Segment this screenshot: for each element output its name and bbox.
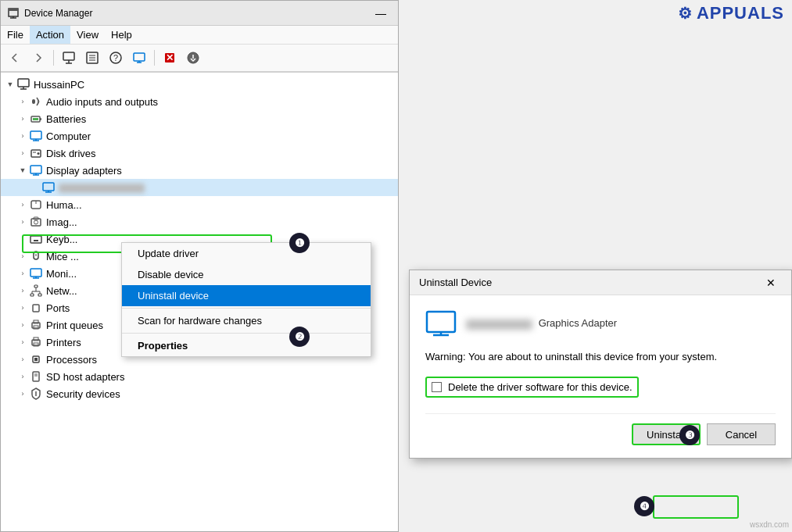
- sd-expand[interactable]: ›: [16, 370, 29, 383]
- printers-expand[interactable]: ›: [16, 336, 29, 348]
- context-separator: [122, 308, 371, 309]
- menu-file[interactable]: File: [1, 26, 30, 44]
- mice-expand[interactable]: ›: [16, 250, 29, 262]
- step-badge-1: ❶: [289, 233, 310, 253]
- context-uninstall-device[interactable]: Uninstall device: [122, 285, 371, 306]
- svg-point-41: [34, 220, 38, 224]
- tree-item-display-adapters[interactable]: ▼ Display adapters: [1, 162, 398, 179]
- menu-view[interactable]: View: [70, 26, 105, 44]
- menu-bar: File Action View Help: [1, 26, 398, 45]
- mice-label: Mice ...: [46, 251, 79, 262]
- gpu-icon: [41, 180, 56, 195]
- minimize-button[interactable]: —: [370, 5, 392, 22]
- printers-icon: [29, 335, 43, 349]
- forward-button[interactable]: [27, 48, 49, 68]
- menu-action[interactable]: Action: [30, 26, 70, 44]
- dialog-warning-text: Warning: You are about to uninstall this…: [425, 350, 776, 364]
- batteries-expand[interactable]: ›: [16, 112, 29, 125]
- download-icon-btn[interactable]: [182, 48, 204, 68]
- context-menu: Update driver Disable device Uninstall d…: [121, 242, 371, 357]
- audio-label: Audio inputs and outputs: [46, 96, 158, 108]
- step-badge-4: ❹: [634, 496, 654, 516]
- title-bar: Device Manager —: [1, 1, 398, 26]
- tree-item-batteries[interactable]: › Batteries: [1, 110, 398, 127]
- tree-item-computer[interactable]: › Computer: [1, 127, 398, 145]
- root-expand[interactable]: ▼: [4, 78, 16, 91]
- dialog-device-icon: [425, 308, 457, 339]
- svg-rect-50: [30, 269, 41, 277]
- display-adapters-icon: [29, 163, 43, 177]
- uninstall-dialog: Uninstall Device ✕ Graphics Adapter Warn…: [409, 270, 792, 459]
- svg-rect-54: [30, 294, 34, 296]
- display-icon-btn[interactable]: [128, 48, 150, 68]
- appuals-text: APPUALS: [697, 3, 784, 23]
- tree-item-audio[interactable]: › Audio inputs and outputs: [1, 93, 398, 110]
- tree-item-imaging[interactable]: › Imag...: [1, 213, 398, 230]
- tree-item-gpu[interactable]: [1, 179, 398, 196]
- ports-expand[interactable]: ›: [16, 302, 29, 314]
- computer-icon-btn[interactable]: [58, 48, 80, 68]
- toolbar-separator-2: [154, 50, 155, 66]
- context-disable-device[interactable]: Disable device: [122, 264, 371, 285]
- disk-icon: [29, 146, 43, 160]
- list-icon-btn[interactable]: [81, 48, 103, 68]
- network-expand[interactable]: ›: [16, 284, 29, 297]
- hid-expand[interactable]: ›: [16, 198, 29, 211]
- svg-rect-4: [63, 52, 74, 60]
- step-badge-2: ❷: [289, 327, 310, 347]
- menu-help[interactable]: Help: [105, 26, 138, 44]
- tree-item-disk[interactable]: › Disk drives: [1, 145, 398, 162]
- imaging-expand[interactable]: ›: [16, 216, 29, 228]
- back-button[interactable]: [4, 48, 26, 68]
- svg-text:✕: ✕: [166, 52, 174, 63]
- display-expand[interactable]: ▼: [16, 164, 29, 177]
- dialog-title: Uninstall Device: [419, 277, 760, 288]
- computer-icon: [16, 77, 30, 91]
- audio-icon: [29, 95, 43, 109]
- appuals-logo: ⚙ APPUALS: [676, 3, 784, 23]
- root-label: HussainPC: [34, 79, 84, 91]
- remove-icon-btn[interactable]: ✕: [159, 48, 181, 68]
- audio-expand[interactable]: ›: [16, 95, 29, 108]
- svg-rect-55: [38, 294, 41, 296]
- keyboards-expand[interactable]: ›: [16, 233, 29, 245]
- step-badge-3: ❸: [679, 425, 700, 445]
- svg-rect-60: [33, 305, 39, 312]
- monitors-expand[interactable]: ›: [16, 267, 29, 280]
- svg-rect-25: [33, 118, 38, 120]
- disk-label: Disk drives: [46, 148, 96, 159]
- svg-rect-78: [427, 312, 455, 332]
- computer-expand[interactable]: ›: [16, 130, 29, 142]
- tree-item-sd[interactable]: › SD host adapters: [1, 368, 398, 385]
- context-update-driver[interactable]: Update driver: [122, 243, 371, 264]
- delete-driver-checkbox[interactable]: [432, 382, 442, 392]
- imaging-icon: [29, 215, 43, 229]
- tree-root[interactable]: ▼ HussainPC: [1, 76, 398, 93]
- tree-item-hid[interactable]: › Huma...: [1, 196, 398, 213]
- tree-item-security[interactable]: › Security devices: [1, 385, 398, 402]
- hid-icon: [29, 198, 43, 212]
- security-expand[interactable]: ›: [16, 387, 29, 400]
- hid-label: Huma...: [46, 199, 82, 211]
- context-separator-2: [122, 333, 371, 334]
- print-queues-expand[interactable]: ›: [16, 319, 29, 331]
- svg-rect-43: [30, 236, 41, 243]
- network-label: Netw...: [46, 285, 77, 297]
- highlight-step-4: [653, 495, 739, 519]
- dialog-body: Graphics Adapter Warning: You are about …: [410, 295, 791, 458]
- svg-rect-35: [43, 183, 54, 191]
- ports-icon: [29, 301, 43, 315]
- keyboard-label: Keyb...: [46, 234, 77, 245]
- context-scan-changes[interactable]: Scan for hardware changes: [122, 310, 371, 331]
- computer-tree-icon: [29, 129, 43, 143]
- context-properties[interactable]: Properties: [122, 335, 371, 356]
- processors-expand[interactable]: ›: [16, 353, 29, 366]
- svg-rect-19: [18, 79, 29, 87]
- cancel-button[interactable]: Cancel: [707, 423, 776, 445]
- dialog-close-button[interactable]: ✕: [760, 274, 782, 291]
- display-adapters-label: Display adapters: [46, 165, 122, 177]
- toolbar-separator-1: [53, 50, 54, 66]
- help-icon-btn[interactable]: ?: [105, 48, 127, 68]
- batteries-label: Batteries: [46, 113, 86, 125]
- disk-expand[interactable]: ›: [16, 147, 29, 159]
